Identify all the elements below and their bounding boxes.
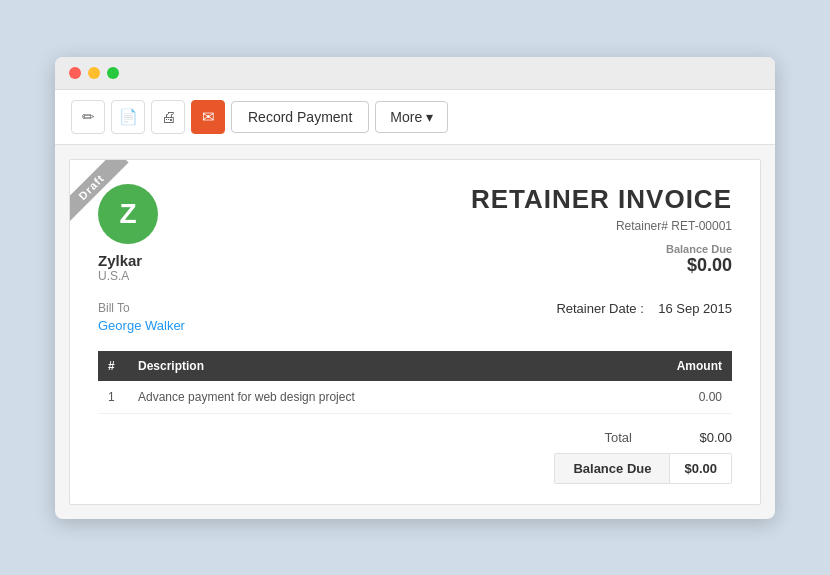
col-header-description: Description [128, 351, 601, 381]
invoice-header: Z Zylkar U.S.A RETAINER INVOICE Retainer… [98, 184, 732, 283]
record-payment-button[interactable]: Record Payment [231, 101, 369, 133]
invoice-title-block: RETAINER INVOICE Retainer# RET-00001 Bal… [471, 184, 732, 276]
toolbar: ✏ 📄 🖨 ✉ Record Payment More ▾ [55, 90, 775, 145]
balance-due-label: Balance Due [471, 243, 732, 255]
email-button[interactable]: ✉ [191, 100, 225, 134]
minimize-dot[interactable] [88, 67, 100, 79]
total-label: Total [552, 430, 632, 445]
retainer-date-value: 16 Sep 2015 [658, 301, 732, 316]
company-name: Zylkar [98, 252, 158, 269]
retainer-number: Retainer# RET-00001 [471, 219, 732, 233]
maximize-dot[interactable] [107, 67, 119, 79]
balance-due-amount: $0.00 [471, 255, 732, 276]
invoice-title: RETAINER INVOICE [471, 184, 732, 215]
chevron-down-icon: ▾ [426, 109, 433, 125]
pdf-button[interactable]: 📄 [111, 100, 145, 134]
balance-due-footer-label: Balance Due [555, 454, 670, 483]
close-dot[interactable] [69, 67, 81, 79]
cell-description: Advance payment for web design project [128, 381, 601, 414]
invoice-document: Draft Z Zylkar U.S.A RETAINER INVOICE Re… [69, 159, 761, 505]
bill-to-label: Bill To [98, 301, 185, 315]
balance-due-footer-value: $0.00 [670, 454, 731, 483]
balance-due-footer-row: Balance Due $0.00 [554, 453, 732, 484]
titlebar [55, 57, 775, 90]
main-window: ✏ 📄 🖨 ✉ Record Payment More ▾ Draft Z Zy… [55, 57, 775, 519]
invoice-table: # Description Amount 1 Advance payment f… [98, 351, 732, 414]
total-value: $0.00 [672, 430, 732, 445]
retainer-date-label: Retainer Date : [556, 301, 643, 316]
edit-button[interactable]: ✏ [71, 100, 105, 134]
col-header-num: # [98, 351, 128, 381]
draft-label: Draft [70, 160, 128, 224]
bill-to-block: Bill To George Walker [98, 301, 185, 333]
date-section: Retainer Date : 16 Sep 2015 [556, 301, 732, 333]
bill-section: Bill To George Walker Retainer Date : 16… [98, 301, 732, 333]
draft-ribbon: Draft [70, 160, 150, 240]
company-country: U.S.A [98, 269, 158, 283]
table-row: 1 Advance payment for web design project… [98, 381, 732, 414]
totals-section: Total $0.00 Balance Due $0.00 [98, 430, 732, 484]
bill-to-name[interactable]: George Walker [98, 318, 185, 333]
col-header-amount: Amount [601, 351, 732, 381]
cell-num: 1 [98, 381, 128, 414]
total-row: Total $0.00 [552, 430, 732, 445]
cell-amount: 0.00 [601, 381, 732, 414]
table-header-row: # Description Amount [98, 351, 732, 381]
more-label: More [390, 109, 422, 125]
more-button[interactable]: More ▾ [375, 101, 448, 133]
balance-due-block: Balance Due $0.00 [471, 243, 732, 276]
print-button[interactable]: 🖨 [151, 100, 185, 134]
